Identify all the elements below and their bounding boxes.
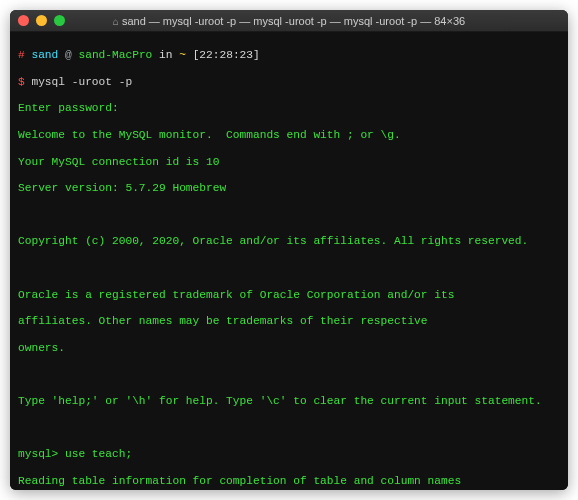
output-line: Your MySQL connection id is 10 [18, 156, 560, 169]
blank-line [18, 262, 560, 275]
output-line: Oracle is a registered trademark of Orac… [18, 289, 560, 302]
traffic-lights [18, 15, 65, 26]
blank-line [18, 209, 560, 222]
prompt-line-2: $ mysql -uroot -p [18, 76, 560, 89]
output-line: Welcome to the MySQL monitor. Commands e… [18, 129, 560, 142]
output-line: Server version: 5.7.29 Homebrew [18, 182, 560, 195]
window-title: ⌂sand — mysql -uroot -p — mysql -uroot -… [10, 15, 568, 27]
output-line: mysql> use teach; [18, 448, 560, 461]
prompt-host: sand-MacPro [78, 49, 152, 61]
prompt-dollar: $ [18, 76, 25, 88]
output-line: affiliates. Other names may be trademark… [18, 315, 560, 328]
prompt-path: ~ [179, 49, 186, 61]
output-line: Copyright (c) 2000, 2020, Oracle and/or … [18, 235, 560, 248]
prompt-at: @ [65, 49, 72, 61]
prompt-hash: # [18, 49, 25, 61]
terminal-window: ⌂sand — mysql -uroot -p — mysql -uroot -… [10, 10, 568, 490]
terminal-viewport[interactable]: # sand @ sand-MacPro in ~ [22:28:23] $ m… [10, 32, 568, 490]
close-icon[interactable] [18, 15, 29, 26]
output-line: owners. [18, 342, 560, 355]
blank-line [18, 368, 560, 381]
prompt-user: sand [31, 49, 58, 61]
output-line: Type 'help;' or '\h' for help. Type '\c'… [18, 395, 560, 408]
prompt-line-1: # sand @ sand-MacPro in ~ [22:28:23] [18, 49, 560, 62]
window-title-text: sand — mysql -uroot -p — mysql -uroot -p… [122, 15, 465, 27]
home-icon: ⌂ [113, 16, 119, 27]
titlebar[interactable]: ⌂sand — mysql -uroot -p — mysql -uroot -… [10, 10, 568, 32]
output-line: Enter password: [18, 102, 560, 115]
blank-line [18, 422, 560, 435]
entered-command: mysql -uroot -p [31, 76, 132, 88]
prompt-in: in [159, 49, 172, 61]
minimize-icon[interactable] [36, 15, 47, 26]
output-line: Reading table information for completion… [18, 475, 560, 488]
prompt-time: [22:28:23] [193, 49, 260, 61]
zoom-icon[interactable] [54, 15, 65, 26]
